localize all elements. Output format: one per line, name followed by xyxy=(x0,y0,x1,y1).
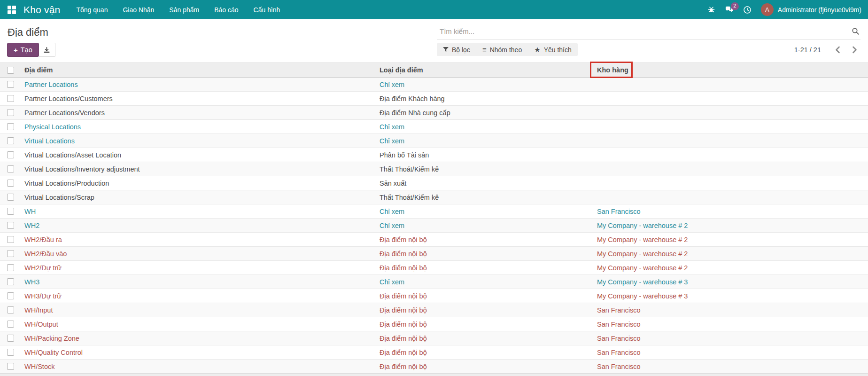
row-checkbox-cell xyxy=(0,363,19,370)
apps-square xyxy=(12,6,16,9)
messages-icon[interactable]: 2 xyxy=(725,6,734,14)
cell-location-type: Địa điểm nội bộ xyxy=(380,335,597,342)
row-checkbox-cell xyxy=(0,250,19,257)
column-header-kho-hang[interactable]: Kho hàng xyxy=(597,66,868,74)
cell-location-type: Thất Thoát/Kiểm kê xyxy=(380,194,597,201)
table-row[interactable]: WHChỉ xemSan Francisco xyxy=(0,204,868,219)
row-checkbox[interactable] xyxy=(7,81,14,88)
search-input[interactable] xyxy=(437,27,850,35)
table-row[interactable]: WH3/Dự trữĐịa điểm nội bộMy Company - wa… xyxy=(0,289,868,303)
table-row[interactable]: WH/OutputĐịa điểm nội bộSan Francisco xyxy=(0,317,868,331)
row-checkbox[interactable] xyxy=(7,95,14,102)
row-checkbox[interactable] xyxy=(7,180,14,187)
cell-location-type: Địa điểm nội bộ xyxy=(380,236,597,243)
cell-location-name: Virtual Locations/Inventory adjustment xyxy=(19,165,380,173)
row-checkbox[interactable] xyxy=(7,137,14,144)
row-checkbox-cell xyxy=(0,95,19,102)
table-row[interactable]: WH2/Dự trữĐịa điểm nội bộMy Company - wa… xyxy=(0,261,868,275)
user-menu[interactable]: A Administrator (fj6nyue0vi9m) xyxy=(761,3,861,16)
pager-next-icon[interactable] xyxy=(849,45,860,55)
apps-menu-icon[interactable] xyxy=(8,6,16,14)
menu-cau-hinh[interactable]: Cấu hình xyxy=(246,0,288,19)
cell-location-name: WH xyxy=(19,208,380,215)
row-checkbox[interactable] xyxy=(7,363,14,370)
export-button[interactable] xyxy=(39,43,55,57)
table-row[interactable]: Virtual LocationsChỉ xem xyxy=(0,134,868,148)
bug-icon[interactable] xyxy=(707,6,716,14)
table-row[interactable]: WH2/Đầu raĐịa điểm nội bộMy Company - wa… xyxy=(0,233,868,247)
table-row[interactable]: Partner Locations/VendorsĐịa điểm Nhà cu… xyxy=(0,106,868,120)
row-checkbox[interactable] xyxy=(7,278,14,285)
group-by-label: Nhóm theo xyxy=(490,46,522,54)
cell-location-type: Địa điểm nội bộ xyxy=(380,292,597,300)
table-row[interactable]: WH/Packing ZoneĐịa điểm nội bộSan Franci… xyxy=(0,331,868,345)
table-row[interactable]: Partner Locations/CustomersĐịa điểm Khác… xyxy=(0,92,868,106)
row-checkbox[interactable] xyxy=(7,321,14,328)
app-name[interactable]: Kho vận xyxy=(23,4,60,16)
cell-location-name: Physical Locations xyxy=(19,123,380,131)
cell-warehouse: San Francisco xyxy=(597,321,868,328)
row-checkbox[interactable] xyxy=(7,264,14,271)
row-checkbox[interactable] xyxy=(7,222,14,229)
row-checkbox[interactable] xyxy=(7,165,14,172)
cell-warehouse: San Francisco xyxy=(597,208,868,215)
row-checkbox[interactable] xyxy=(7,151,14,158)
cell-location-name: Virtual Locations/Scrap xyxy=(19,194,380,201)
table-row[interactable]: WH/StockĐịa điểm nội bộSan Francisco xyxy=(0,360,868,374)
download-icon xyxy=(43,47,50,54)
search-icon[interactable] xyxy=(850,26,860,37)
menu-giao-nhan[interactable]: Giao Nhận xyxy=(115,0,162,19)
row-checkbox-cell xyxy=(0,264,19,271)
table-row[interactable]: Virtual Locations/ScrapThất Thoát/Kiểm k… xyxy=(0,190,868,204)
table-row[interactable]: Virtual Locations/Inventory adjustmentTh… xyxy=(0,162,868,176)
row-checkbox[interactable] xyxy=(7,123,14,130)
filters-button[interactable]: Bộ lọc xyxy=(437,43,476,56)
row-checkbox-cell xyxy=(0,123,19,130)
menu-san-pham[interactable]: Sản phẩm xyxy=(162,0,207,19)
menu-tong-quan[interactable]: Tổng quan xyxy=(69,0,115,19)
cell-warehouse: My Company - warehouse # 2 xyxy=(597,264,868,272)
row-checkbox[interactable] xyxy=(7,208,14,215)
select-all-checkbox[interactable] xyxy=(7,67,14,74)
create-button[interactable]: + Tạo xyxy=(7,43,39,57)
column-header-loai-dia-diem[interactable]: Loại địa điểm xyxy=(380,66,597,74)
cell-location-name: Virtual Locations xyxy=(19,137,380,145)
table-row[interactable]: WH2/Đầu vàoĐịa điểm nội bộMy Company - w… xyxy=(0,247,868,261)
table-row[interactable]: Partner LocationsChỉ xem xyxy=(0,78,868,92)
table-row[interactable]: Virtual Locations/ProductionSản xuất xyxy=(0,176,868,190)
menu-bao-cao[interactable]: Báo cáo xyxy=(207,0,246,19)
row-checkbox[interactable] xyxy=(7,335,14,342)
cell-location-type: Địa điểm nội bộ xyxy=(380,264,597,272)
filters-label: Bộ lọc xyxy=(452,46,470,54)
row-checkbox[interactable] xyxy=(7,250,14,257)
column-header-dia-diem[interactable]: Địa điểm xyxy=(19,66,380,74)
cell-location-type: Sản xuất xyxy=(380,180,597,187)
row-checkbox-cell xyxy=(0,335,19,342)
table-row[interactable]: WH/Quality ControlĐịa điểm nội bộSan Fra… xyxy=(0,345,868,360)
row-checkbox-cell xyxy=(0,321,19,328)
row-checkbox[interactable] xyxy=(7,236,14,243)
location-list: Địa điểm Loại địa điểm Kho hàng Partner … xyxy=(0,63,868,376)
row-checkbox-cell xyxy=(0,109,19,116)
star-icon: ★ xyxy=(534,46,540,53)
row-checkbox[interactable] xyxy=(7,349,14,356)
row-checkbox-cell xyxy=(0,292,19,299)
row-checkbox[interactable] xyxy=(7,109,14,116)
table-row[interactable]: WH/InputĐịa điểm nội bộSan Francisco xyxy=(0,303,868,317)
table-row[interactable]: Physical LocationsChỉ xem xyxy=(0,120,868,134)
table-row[interactable]: WH3Chỉ xemMy Company - warehouse # 3 xyxy=(0,275,868,289)
search-bar xyxy=(437,24,860,39)
cell-location-name: WH2/Dự trữ xyxy=(19,264,380,272)
row-checkbox[interactable] xyxy=(7,306,14,313)
group-by-button[interactable]: ≡ Nhóm theo xyxy=(476,43,528,56)
table-row[interactable]: WH2Chỉ xemMy Company - warehouse # 2 xyxy=(0,219,868,233)
activities-clock-icon[interactable] xyxy=(743,6,752,14)
row-checkbox[interactable] xyxy=(7,194,14,201)
pager-previous-icon[interactable] xyxy=(832,45,843,55)
table-row[interactable]: Virtual Locations/Asset LocationPhân bổ … xyxy=(0,148,868,162)
row-checkbox[interactable] xyxy=(7,292,14,299)
row-checkbox-cell xyxy=(0,81,19,88)
cell-location-type: Chỉ xem xyxy=(380,137,597,145)
favorites-button[interactable]: ★ Yêu thích xyxy=(528,43,578,56)
apps-square xyxy=(8,10,11,14)
